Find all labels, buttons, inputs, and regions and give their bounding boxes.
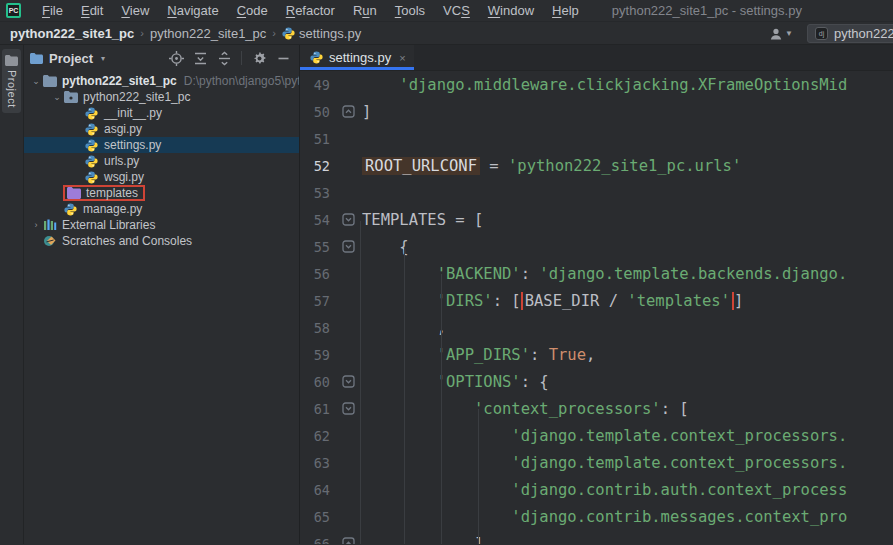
- code-string: 'context_processors': [474, 400, 661, 418]
- tree-item-manage-py[interactable]: manage.py: [24, 201, 299, 217]
- menu-file[interactable]: File: [33, 1, 72, 20]
- pycharm-logo-icon: PC: [6, 3, 21, 18]
- fold-start-icon[interactable]: [334, 213, 362, 226]
- editor-area: settings.py × 49 'django.middleware.clic…: [300, 45, 893, 544]
- code-text: =: [480, 157, 508, 175]
- project-panel-title: Project: [49, 51, 93, 66]
- project-folder-icon: [30, 53, 43, 64]
- tree-item-label: __init__.py: [104, 106, 162, 120]
- fold-guide-line: [360, 221, 361, 544]
- tree-item-external-libraries[interactable]: ›External Libraries: [24, 217, 299, 233]
- menu-tools[interactable]: Tools: [386, 1, 434, 20]
- left-tool-stripe: Project: [0, 45, 24, 544]
- tree-item-label: urls.py: [104, 154, 139, 168]
- tree-item-asgi-py[interactable]: asgi.py: [24, 121, 299, 137]
- tree-expand-icon[interactable]: ›: [30, 220, 42, 230]
- python-icon: [84, 122, 99, 136]
- menu-navigate[interactable]: Navigate: [158, 1, 227, 20]
- tree-expand-icon[interactable]: ⌄: [30, 76, 42, 86]
- tree-item-label: python222_site1_pc: [62, 74, 177, 88]
- fold-start-icon[interactable]: [334, 375, 362, 388]
- chevron-down-icon: ▼: [785, 29, 793, 38]
- breadcrumb-separator: ›: [272, 27, 276, 39]
- breadcrumb-label: settings.py: [299, 26, 361, 41]
- tree-item-python222-site1-pc[interactable]: ⌄python222_site1_pc: [24, 89, 299, 105]
- tree-item-wsgi-py[interactable]: wsgi.py: [24, 169, 299, 185]
- tree-item-scratches-and-consoles[interactable]: Scratches and Consoles: [24, 233, 299, 249]
- hide-panel-button[interactable]: [273, 48, 293, 68]
- code-string: 'DIRS': [437, 292, 493, 310]
- fold-end-icon[interactable]: [334, 105, 362, 118]
- locate-file-button[interactable]: [166, 48, 186, 68]
- code-text: ,: [586, 346, 595, 364]
- breadcrumb-label: python222_site1_pc: [10, 26, 134, 41]
- line-number: 59: [300, 347, 334, 363]
- code-string: 'django.contrib.auth.context_process: [511, 481, 847, 499]
- settings-gear-button[interactable]: [249, 48, 269, 68]
- tree-item-templates[interactable]: templates: [24, 185, 299, 201]
- red-annotation-box: templates: [63, 185, 145, 201]
- code-text: BASE_DIR /: [525, 292, 628, 310]
- code-text: ]: [734, 292, 743, 310]
- python-icon: [84, 170, 99, 184]
- code-string: 'django.template.context_processors.: [511, 454, 847, 472]
- code-string: 'python222_site1_pc.urls': [508, 157, 741, 175]
- run-configuration-select[interactable]: dj python222_sit: [807, 24, 893, 43]
- breadcrumb-item[interactable]: python222_site1_pc: [8, 25, 136, 42]
- breadcrumb-item[interactable]: settings.py: [280, 25, 363, 42]
- close-tab-icon[interactable]: ×: [399, 52, 405, 64]
- python-file-icon: [310, 51, 323, 64]
- python-file-icon: [282, 27, 295, 40]
- window-title: python222_site1_pc - settings.py: [612, 3, 802, 18]
- menu-window[interactable]: Window: [479, 1, 543, 20]
- run-config-label: python222_sit: [834, 26, 893, 41]
- line-number: 64: [300, 482, 334, 498]
- tree-expand-icon[interactable]: ⌄: [51, 92, 63, 102]
- code-text: : [: [661, 400, 689, 418]
- tree-item-settings-py[interactable]: settings.py: [24, 137, 299, 153]
- line-number: 65: [300, 509, 334, 525]
- code-line-content: ]: [362, 103, 893, 121]
- code-line-50: 50]: [300, 98, 893, 125]
- line-number: 56: [300, 266, 334, 282]
- line-number: 55: [300, 239, 334, 255]
- tree-item-urls-py[interactable]: urls.py: [24, 153, 299, 169]
- line-number: 61: [300, 401, 334, 417]
- menu-refactor[interactable]: Refactor: [277, 1, 344, 20]
- project-panel: Project ▾: [24, 45, 300, 544]
- tree-item-label: python222_site1_pc: [83, 90, 190, 104]
- fold-start-icon[interactable]: [334, 402, 362, 415]
- menu-run[interactable]: Run: [344, 1, 386, 20]
- menu-vcs[interactable]: VCS: [434, 1, 479, 20]
- project-tool-window-button[interactable]: Project: [2, 49, 21, 113]
- expand-all-button[interactable]: [190, 48, 210, 68]
- line-number: 58: [300, 320, 334, 336]
- project-root-path: D:\python\django5\python222: [184, 74, 299, 88]
- breadcrumb-item[interactable]: python222_site1_pc: [148, 25, 268, 42]
- user-account-button[interactable]: ▼: [769, 27, 793, 41]
- code-editor[interactable]: 49 'django.middleware.clickjacking.XFram…: [300, 71, 893, 544]
- line-number: 53: [300, 185, 334, 201]
- code-string: 'django.contrib.messages.context_pro: [511, 508, 847, 526]
- collapse-all-button[interactable]: [214, 48, 234, 68]
- code-line-57: 57 'DIRS': [BASE_DIR / 'templates']: [300, 287, 893, 314]
- tab-settings-py[interactable]: settings.py ×: [300, 45, 414, 70]
- code-line-58: 58 ,: [300, 314, 893, 341]
- menu-edit[interactable]: Edit: [72, 1, 112, 20]
- toolbar-separator: [241, 51, 242, 65]
- code-line-55: 55 {: [300, 233, 893, 260]
- fold-start-icon[interactable]: [334, 240, 362, 253]
- active-tab-underline: [300, 67, 414, 70]
- code-text: ]: [362, 103, 371, 121]
- tree-item--init-py[interactable]: __init__.py: [24, 105, 299, 121]
- python-icon: [84, 138, 99, 152]
- fold-end-icon[interactable]: [334, 537, 362, 544]
- code-string: 'OPTIONS': [437, 373, 521, 391]
- menu-view[interactable]: View: [112, 1, 158, 20]
- menu-help[interactable]: Help: [543, 1, 588, 20]
- project-view-selector[interactable]: Project ▾: [30, 51, 105, 66]
- tree-item-python222-site1-pc[interactable]: ⌄python222_site1_pcD:\python\django5\pyt…: [24, 73, 299, 89]
- menu-code[interactable]: Code: [228, 1, 277, 20]
- code-string: 'APP_DIRS': [437, 346, 530, 364]
- code-line-52: 52ROOT_URLCONF = 'python222_site1_pc.url…: [300, 152, 893, 179]
